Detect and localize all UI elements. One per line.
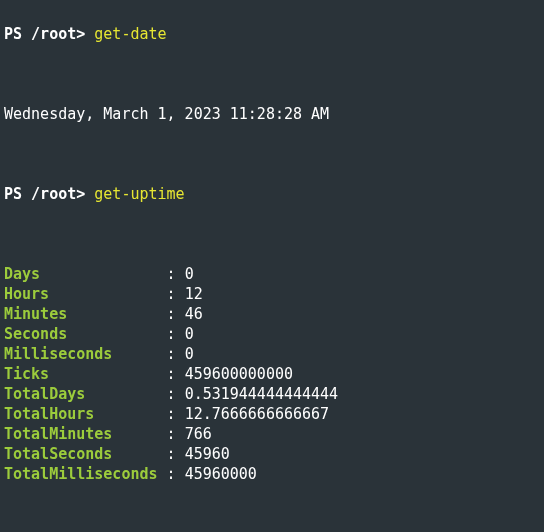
command-get-uptime: get-uptime <box>94 185 184 203</box>
blank-line <box>4 504 540 524</box>
get-date-output: Wednesday, March 1, 2023 11:28:28 AM <box>4 104 540 124</box>
prompt-line: PS /root> get-uptime <box>4 184 540 204</box>
uptime-row: TotalHours : 12.7666666666667 <box>4 404 540 424</box>
uptime-value: 45960 <box>185 445 230 463</box>
uptime-key: TotalMinutes <box>4 425 158 443</box>
uptime-row: TotalMilliseconds : 45960000 <box>4 464 540 484</box>
uptime-key: Hours <box>4 285 158 303</box>
prompt-line: PS /root> get-date <box>4 24 540 44</box>
uptime-key: Milliseconds <box>4 345 158 363</box>
prompt: PS /root> <box>4 185 85 203</box>
separator: : <box>158 265 185 283</box>
uptime-value: 459600000000 <box>185 365 293 383</box>
uptime-key: TotalMilliseconds <box>4 465 158 483</box>
separator: : <box>158 385 185 403</box>
separator: : <box>158 465 185 483</box>
uptime-key: TotalHours <box>4 405 158 423</box>
uptime-key: TotalDays <box>4 385 158 403</box>
separator: : <box>158 365 185 383</box>
terminal[interactable]: PS /root> get-date Wednesday, March 1, 2… <box>0 0 544 532</box>
separator: : <box>158 405 185 423</box>
prompt: PS /root> <box>4 25 85 43</box>
uptime-key: Ticks <box>4 365 158 383</box>
uptime-row: Hours : 12 <box>4 284 540 304</box>
uptime-value: 0 <box>185 345 194 363</box>
blank-line <box>4 224 540 244</box>
uptime-key: Seconds <box>4 325 158 343</box>
uptime-row: TotalSeconds : 45960 <box>4 444 540 464</box>
uptime-value: 0.531944444444444 <box>185 385 339 403</box>
separator: : <box>158 285 185 303</box>
uptime-value: 12.7666666666667 <box>185 405 330 423</box>
uptime-value: 46 <box>185 305 203 323</box>
uptime-value: 0 <box>185 325 194 343</box>
uptime-row: Days : 0 <box>4 264 540 284</box>
separator: : <box>158 325 185 343</box>
separator: : <box>158 445 185 463</box>
command-get-date: get-date <box>94 25 166 43</box>
uptime-value: 12 <box>185 285 203 303</box>
blank-line <box>4 64 540 84</box>
uptime-value: 0 <box>185 265 194 283</box>
uptime-key: Days <box>4 265 158 283</box>
uptime-value: 766 <box>185 425 212 443</box>
uptime-row: Ticks : 459600000000 <box>4 364 540 384</box>
separator: : <box>158 345 185 363</box>
separator: : <box>158 305 185 323</box>
uptime-row: TotalMinutes : 766 <box>4 424 540 444</box>
uptime-row: Milliseconds : 0 <box>4 344 540 364</box>
separator: : <box>158 425 185 443</box>
uptime-row: Minutes : 46 <box>4 304 540 324</box>
uptime-key: Minutes <box>4 305 158 323</box>
uptime-value: 45960000 <box>185 465 257 483</box>
uptime-row: Seconds : 0 <box>4 324 540 344</box>
uptime-key: TotalSeconds <box>4 445 158 463</box>
blank-line <box>4 144 540 164</box>
uptime-row: TotalDays : 0.531944444444444 <box>4 384 540 404</box>
